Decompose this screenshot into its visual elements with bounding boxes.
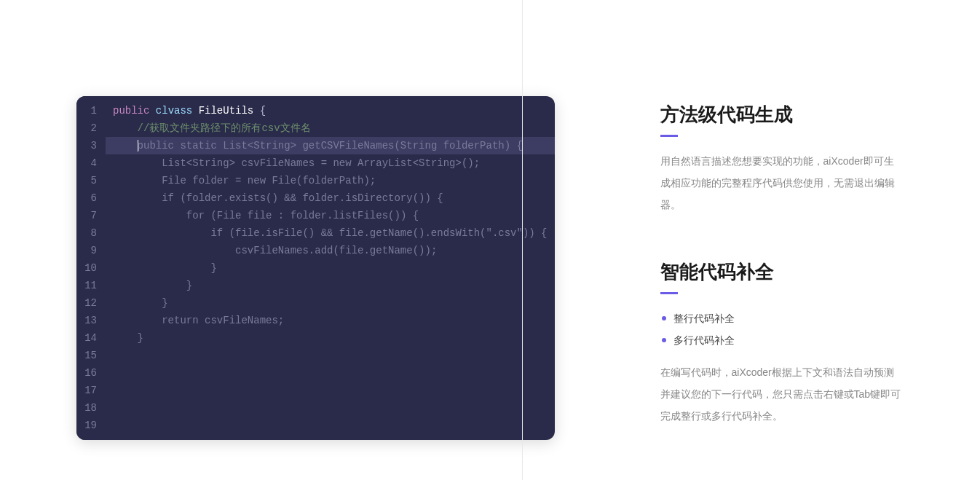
code-line[interactable]: } xyxy=(106,294,555,312)
code-token xyxy=(253,105,259,117)
code-token: } xyxy=(210,262,216,274)
code-token xyxy=(113,227,210,239)
line-number: 1 xyxy=(76,102,106,119)
code-token: clvass xyxy=(156,105,192,117)
code-token: { xyxy=(260,105,266,117)
code-line[interactable]: return csvFileNames; xyxy=(106,312,555,329)
code-token: } xyxy=(162,297,167,309)
code-token: } xyxy=(138,332,143,344)
code-line[interactable]: } xyxy=(106,277,555,294)
code-line[interactable]: for (File file : folder.listFiles()) { xyxy=(106,207,555,224)
code-token xyxy=(113,210,186,221)
line-number: 8 xyxy=(76,224,106,242)
code-area[interactable]: public clvass FileUtils { //获取文件夹路径下的所有c… xyxy=(106,96,555,440)
code-token xyxy=(113,280,186,291)
code-token xyxy=(113,245,235,256)
code-token: List<String> csvFileNames = new ArrayLis… xyxy=(162,157,480,169)
section-description: 用自然语言描述您想要实现的功能，aiXcoder即可生成相应功能的完整程序代码供… xyxy=(660,150,904,216)
line-number: 6 xyxy=(76,189,106,207)
line-number: 5 xyxy=(76,172,106,189)
section-method-generation: 方法级代码生成 用自然语言描述您想要实现的功能，aiXcoder即可生成相应功能… xyxy=(660,102,904,216)
line-number: 11 xyxy=(76,277,106,294)
code-token: return csvFileNames; xyxy=(162,315,284,326)
code-line[interactable]: List<String> csvFileNames = new ArrayLis… xyxy=(106,154,555,172)
right-panel: 方法级代码生成 用自然语言描述您想要实现的功能，aiXcoder即可生成相应功能… xyxy=(555,36,904,444)
line-number: 3 xyxy=(76,137,106,154)
code-token: if (file.isFile() && file.getName().ends… xyxy=(210,227,547,239)
code-line[interactable]: public clvass FileUtils { xyxy=(106,102,555,119)
line-number: 10 xyxy=(76,259,106,277)
code-token xyxy=(113,157,162,169)
section-description: 在编写代码时，aiXcoder根据上下文和语法自动预测并建议您的下一行代码，您只… xyxy=(660,361,904,427)
code-token: FileUtils xyxy=(199,105,254,117)
code-token: if (folder.exists() && folder.isDirector… xyxy=(162,192,443,204)
line-number: 9 xyxy=(76,242,106,259)
code-token xyxy=(113,297,162,309)
line-number: 19 xyxy=(76,417,106,434)
code-token: for (File file : folder.listFiles()) { xyxy=(186,210,419,221)
line-number: 18 xyxy=(76,399,106,417)
section-title: 智能代码补全 xyxy=(660,259,904,285)
line-number: 14 xyxy=(76,329,106,347)
code-line[interactable]: //获取文件夹路径下的所有csv文件名 xyxy=(106,119,555,137)
line-number-gutter: 12345678910111213141516171819 xyxy=(76,96,106,440)
title-underline xyxy=(660,292,678,294)
code-line[interactable] xyxy=(106,399,555,417)
bullet-list: 整行代码补全 多行代码补全 xyxy=(660,307,904,351)
code-token xyxy=(113,315,162,326)
section-code-completion: 智能代码补全 整行代码补全 多行代码补全 在编写代码时，aiXcoder根据上下… xyxy=(660,259,904,427)
bullet-item: 多行代码补全 xyxy=(660,329,904,351)
code-token: File folder = new File(folderPath); xyxy=(162,175,376,186)
code-line[interactable] xyxy=(106,364,555,382)
code-token xyxy=(113,262,210,274)
code-token: public static List<String> getCSVFileNam… xyxy=(138,140,523,152)
code-line[interactable] xyxy=(106,417,555,434)
left-panel: 12345678910111213141516171819 public clv… xyxy=(76,36,555,444)
code-token xyxy=(113,332,138,344)
line-number: 7 xyxy=(76,207,106,224)
code-token xyxy=(113,140,138,152)
code-token xyxy=(192,105,198,117)
code-line[interactable]: File folder = new File(folderPath); xyxy=(106,172,555,189)
bullet-item: 整行代码补全 xyxy=(660,307,904,329)
line-number: 16 xyxy=(76,364,106,382)
code-token xyxy=(113,192,162,204)
code-line[interactable]: } xyxy=(106,329,555,347)
code-token: } xyxy=(186,280,192,291)
code-token: csvFileNames.add(file.getName()); xyxy=(235,245,437,256)
line-number: 15 xyxy=(76,347,106,364)
line-number: 13 xyxy=(76,312,106,329)
line-number: 12 xyxy=(76,294,106,312)
code-token: //获取文件夹路径下的所有csv文件名 xyxy=(138,122,311,134)
code-line[interactable]: public static List<String> getCSVFileNam… xyxy=(106,137,555,154)
title-underline xyxy=(660,135,678,137)
code-token xyxy=(113,122,138,134)
line-number: 4 xyxy=(76,154,106,172)
code-editor[interactable]: 12345678910111213141516171819 public clv… xyxy=(76,96,555,440)
line-number: 2 xyxy=(76,119,106,137)
code-token: public xyxy=(113,105,149,117)
code-token xyxy=(113,175,162,186)
code-line[interactable]: if (folder.exists() && folder.isDirector… xyxy=(106,189,555,207)
code-line[interactable] xyxy=(106,347,555,364)
code-line[interactable]: csvFileNames.add(file.getName()); xyxy=(106,242,555,259)
section-title: 方法级代码生成 xyxy=(660,102,904,127)
code-line[interactable]: if (file.isFile() && file.getName().ends… xyxy=(106,224,555,242)
code-line[interactable] xyxy=(106,382,555,399)
vertical-divider xyxy=(522,0,523,480)
code-line[interactable]: } xyxy=(106,259,555,277)
code-token xyxy=(149,105,155,117)
line-number: 17 xyxy=(76,382,106,399)
